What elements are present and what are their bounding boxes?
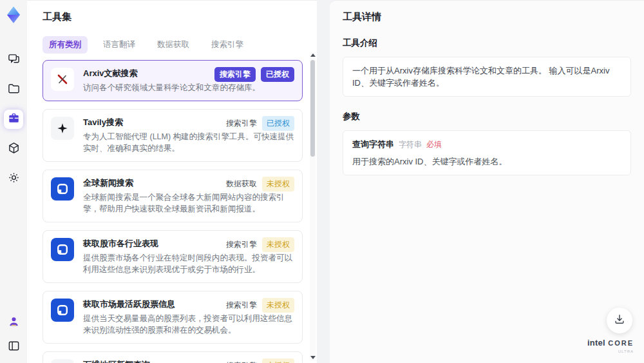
- chat-icon: [8, 53, 20, 68]
- intel-core-logo: intel CORE ULTRA: [587, 338, 634, 355]
- category-tabs: 所有类别语言翻译数据获取搜索引擎: [43, 36, 303, 54]
- param-required-flag: 必填: [426, 139, 442, 151]
- tool-auth-badge: 已授权: [262, 116, 294, 131]
- news-icon: [51, 359, 74, 363]
- tool-card[interactable]: Arxiv文献搜索 访问各个研究领域大量科学论文和文章的存储库。 搜索引擎 已授…: [43, 60, 303, 101]
- folder-icon: [8, 83, 20, 97]
- user-avatar[interactable]: [4, 313, 23, 332]
- tool-card[interactable]: 获取股市各行业表现 提供股票市场各个行业在特定时间段内的表现。投资者可以利用这些…: [43, 230, 303, 283]
- params-section-title: 参数: [343, 111, 631, 123]
- tool-category-tag: 搜索引擎: [214, 67, 256, 82]
- app-window: 工具集 所有类别语言翻译数据获取搜索引擎 Arxiv文献搜索 访问各个研究领域大…: [0, 0, 644, 363]
- tool-auth-badge: 已授权: [261, 67, 294, 82]
- tool-card[interactable]: 全球新闻搜索 全球新闻搜索是一个聚合全球各大新闻网站内容的搜索引擎，帮助用户快速…: [43, 170, 303, 222]
- tool-auth-badge: 未授权: [262, 298, 294, 313]
- tab-搜索引擎[interactable]: 搜索引擎: [205, 36, 250, 54]
- tool-auth-badge: 未授权: [262, 358, 294, 363]
- tool-card[interactable]: Tavily搜索 专为人工智能代理 (LLM) 构建的搜索引擎工具。可快速提供实…: [43, 109, 303, 162]
- tool-list-panel: 工具集 所有类别语言翻译数据获取搜索引擎 Arxiv文献搜索 访问各个研究领域大…: [27, 0, 317, 363]
- sidebar-item-settings[interactable]: [4, 169, 23, 188]
- download-button[interactable]: [607, 308, 632, 333]
- tool-card[interactable]: 万维地区新闻查询 查询具体行政区划内的新闻，快速了解各地新闻动 搜索引擎 未授权: [43, 351, 303, 363]
- gear-icon: [8, 172, 20, 186]
- qianfan-icon: [51, 299, 74, 322]
- param-name: 查询字符串: [352, 138, 394, 150]
- tool-description: 提供股票市场各个行业在特定时间段内的表现。投资者可以利用这些信息来识别表现优于或…: [83, 252, 294, 275]
- tool-category-tag: 搜索引擎: [226, 300, 257, 311]
- detail-title: 工具详情: [343, 11, 631, 23]
- param-description: 用于搜索的Arxiv ID、关键字或作者姓名。: [352, 155, 621, 168]
- toolbox-icon: [8, 112, 20, 127]
- brand-ultra-text: ULTRA: [587, 348, 634, 355]
- tab-语言翻译[interactable]: 语言翻译: [97, 36, 142, 54]
- tool-category-tag: 搜索引擎: [226, 239, 257, 250]
- arxiv-icon: [51, 68, 74, 91]
- panel-toggle-icon: [8, 340, 20, 355]
- intro-section-title: 工具介绍: [343, 37, 631, 49]
- download-icon: [614, 313, 625, 328]
- sidebar-item-tools[interactable]: [4, 110, 23, 129]
- tool-auth-badge: 未授权: [262, 177, 294, 191]
- tool-description: 提供当天交易量最高的股票列表，投资者可以利用这些信息来识别流动性强的股票和潜在的…: [83, 313, 294, 336]
- left-rail: [0, 0, 27, 363]
- tool-card[interactable]: 获取市场最活跃股票信息 提供当天交易量最高的股票列表，投资者可以利用这些信息来识…: [43, 291, 303, 344]
- tool-category-tag: 搜索引擎: [226, 118, 257, 129]
- brand-core-text: CORE: [608, 339, 634, 347]
- sidebar-item-files[interactable]: [4, 80, 23, 99]
- qianfan-icon: [51, 177, 74, 201]
- tool-list: Arxiv文献搜索 访问各个研究领域大量科学论文和文章的存储库。 搜索引擎 已授…: [43, 60, 303, 363]
- tavily-icon: [51, 117, 74, 140]
- tab-数据获取[interactable]: 数据获取: [151, 36, 196, 54]
- page-title: 工具集: [43, 11, 303, 23]
- sidebar-item-models[interactable]: [4, 139, 23, 159]
- scroll-up-arrow[interactable]: [310, 54, 316, 57]
- app-logo-icon[interactable]: [4, 5, 23, 25]
- panel-divider: [317, 0, 330, 363]
- tab-所有类别[interactable]: 所有类别: [43, 36, 88, 54]
- tool-description: 全球新闻搜索是一个聚合全球各大新闻网站内容的搜索引擎，帮助用户快速获取全球最新资…: [83, 191, 294, 215]
- scrollbar-thumb[interactable]: [310, 60, 315, 157]
- tool-description: 访问各个研究领域大量科学论文和文章的存储库。: [83, 82, 294, 93]
- param-type: 字符串: [399, 139, 422, 151]
- tool-detail-panel: 工具详情 工具介绍 一个用于从Arxiv存储库搜索科学论文和文章的工具。 输入可…: [330, 0, 644, 363]
- user-avatar-icon: [8, 315, 20, 330]
- param-header: 查询字符串字符串必填: [352, 138, 621, 151]
- cube-icon: [8, 142, 20, 157]
- scroll-down-arrow[interactable]: [310, 356, 316, 359]
- params-box: 查询字符串字符串必填用于搜索的Arxiv ID、关键字或作者姓名。: [343, 130, 631, 175]
- collapse-panel-button[interactable]: [4, 337, 23, 357]
- qianfan-icon: [51, 238, 74, 261]
- tool-auth-badge: 未授权: [262, 237, 294, 252]
- tool-category-tag: 数据获取: [226, 179, 257, 190]
- list-scrollbar[interactable]: [310, 52, 316, 360]
- sidebar-item-chat[interactable]: [4, 50, 23, 70]
- brand-intel-text: intel: [587, 338, 605, 348]
- tool-intro-box: 一个用于从Arxiv存储库搜索科学论文和文章的工具。 输入可以是Arxiv ID…: [343, 57, 631, 97]
- tool-description: 专为人工智能代理 (LLM) 构建的搜索引擎工具。可快速提供实时、准确和真实的结…: [83, 131, 294, 154]
- tool-category-tag: 搜索引擎: [226, 360, 257, 363]
